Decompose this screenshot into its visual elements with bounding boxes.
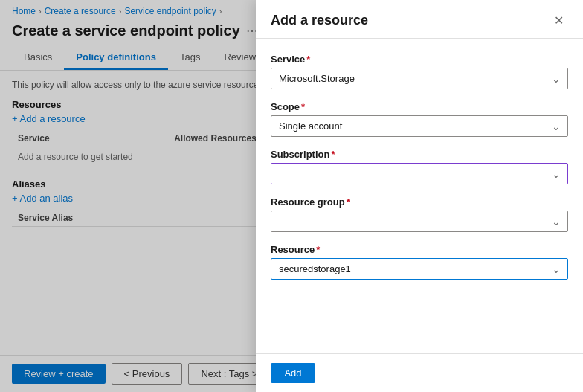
- add-resource-panel: Add a resource ✕ Service* Microsoft.Stor…: [256, 0, 583, 392]
- scope-required: *: [301, 101, 305, 112]
- panel-close-button[interactable]: ✕: [550, 12, 568, 29]
- scope-field-group: Scope* Single account All accounts in su…: [271, 101, 568, 137]
- subscription-select[interactable]: [271, 163, 568, 184]
- scope-select[interactable]: Single account All accounts in subscript…: [271, 115, 568, 137]
- panel-footer: Add: [256, 353, 583, 392]
- scope-select-wrapper: Single account All accounts in subscript…: [271, 115, 568, 137]
- resource-select-wrapper: securedstorage1: [271, 258, 568, 280]
- subscription-select-wrapper: [271, 163, 568, 184]
- resource-group-select-wrapper: [271, 211, 568, 232]
- subscription-field-group: Subscription*: [271, 149, 568, 184]
- subscription-label: Subscription*: [271, 149, 568, 160]
- service-field-group: Service* Microsoft.Storage: [271, 54, 568, 89]
- service-select-wrapper: Microsoft.Storage: [271, 68, 568, 89]
- scope-label: Scope*: [271, 101, 568, 112]
- panel-title: Add a resource: [271, 13, 368, 28]
- resource-group-label: Resource group*: [271, 196, 568, 208]
- service-label: Service*: [271, 54, 568, 65]
- service-select[interactable]: Microsoft.Storage: [271, 68, 568, 89]
- subscription-required: *: [331, 149, 335, 160]
- resource-select[interactable]: securedstorage1: [271, 258, 568, 280]
- panel-body: Service* Microsoft.Storage Scope* Single…: [256, 39, 583, 353]
- resource-label: Resource*: [271, 244, 568, 255]
- resource-field-group: Resource* securedstorage1: [271, 244, 568, 280]
- resource-group-select[interactable]: [271, 211, 568, 232]
- service-required: *: [306, 54, 310, 65]
- resource-group-required: *: [347, 196, 350, 208]
- resource-group-field-group: Resource group*: [271, 196, 568, 232]
- add-button[interactable]: Add: [271, 363, 315, 383]
- panel-header: Add a resource ✕: [256, 0, 583, 39]
- resource-required: *: [316, 244, 320, 255]
